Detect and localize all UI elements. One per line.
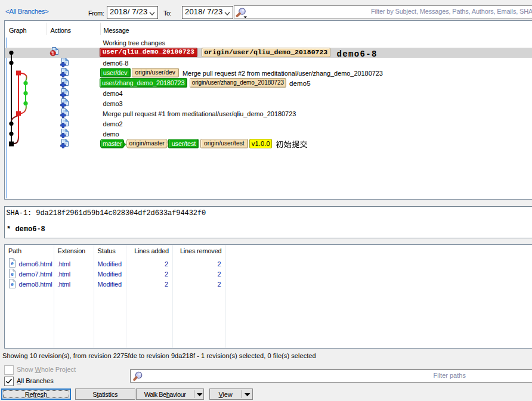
svg-text:e: e — [11, 281, 14, 287]
svg-text:e: e — [11, 271, 14, 277]
svg-text:e: e — [11, 260, 14, 266]
